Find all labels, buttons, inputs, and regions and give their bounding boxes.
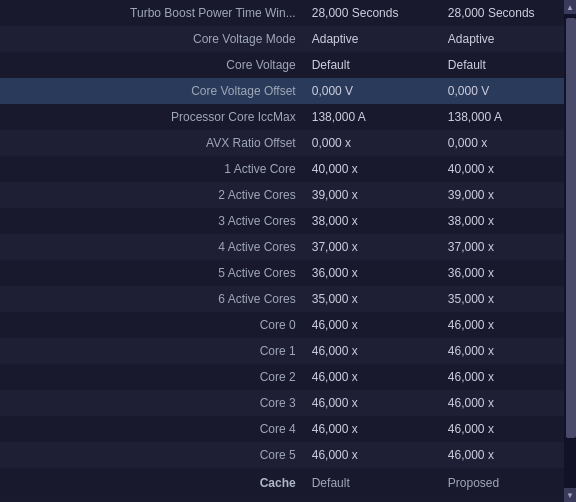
row-proposed-value: 0,000 x bbox=[440, 130, 576, 156]
scrollbar-thumb[interactable] bbox=[566, 18, 576, 438]
scroll-down-arrow[interactable]: ▼ bbox=[564, 488, 576, 502]
row-current-value: 46,000 x bbox=[304, 442, 440, 468]
row-current-value: 46,000 x bbox=[304, 364, 440, 390]
row-proposed-value: 0,000 V bbox=[440, 78, 576, 104]
row-label: 3 Active Cores bbox=[0, 208, 304, 234]
row-current-value: 46,000 x bbox=[304, 338, 440, 364]
row-label: 4 Active Cores bbox=[0, 234, 304, 260]
footer-label: Cache bbox=[0, 468, 304, 496]
row-proposed-value: 46,000 x bbox=[440, 442, 576, 468]
row-label: Core 1 bbox=[0, 338, 304, 364]
row-label: AVX Ratio Offset bbox=[0, 130, 304, 156]
row-label: Core 5 bbox=[0, 442, 304, 468]
row-label: Core 0 bbox=[0, 312, 304, 338]
row-proposed-value: 46,000 x bbox=[440, 338, 576, 364]
row-current-value: 46,000 x bbox=[304, 312, 440, 338]
row-label: Core Voltage Offset bbox=[0, 78, 304, 104]
row-proposed-value: 39,000 x bbox=[440, 182, 576, 208]
row-label: Core 3 bbox=[0, 390, 304, 416]
row-current-value: 46,000 x bbox=[304, 416, 440, 442]
row-proposed-value: Default bbox=[440, 52, 576, 78]
footer-current-value: Default bbox=[304, 468, 440, 496]
row-current-value: 28,000 Seconds bbox=[304, 0, 440, 26]
row-proposed-value: 46,000 x bbox=[440, 390, 576, 416]
row-label: Core Voltage Mode bbox=[0, 26, 304, 52]
row-label: 6 Active Cores bbox=[0, 286, 304, 312]
row-current-value: 39,000 x bbox=[304, 182, 440, 208]
settings-table: Turbo Boost Power Time Win...28,000 Seco… bbox=[0, 0, 576, 496]
row-proposed-value: 36,000 x bbox=[440, 260, 576, 286]
row-proposed-value: Adaptive bbox=[440, 26, 576, 52]
row-current-value: 0,000 x bbox=[304, 130, 440, 156]
row-proposed-value: 35,000 x bbox=[440, 286, 576, 312]
scrollbar-track[interactable] bbox=[564, 14, 576, 488]
scroll-up-arrow[interactable]: ▲ bbox=[564, 0, 576, 14]
scrollbar[interactable]: ▲ ▼ bbox=[564, 0, 576, 502]
row-label: Turbo Boost Power Time Win... bbox=[0, 0, 304, 26]
row-current-value: 37,000 x bbox=[304, 234, 440, 260]
row-label: 1 Active Core bbox=[0, 156, 304, 182]
row-current-value: 40,000 x bbox=[304, 156, 440, 182]
row-label: Core 2 bbox=[0, 364, 304, 390]
row-label: Core Voltage bbox=[0, 52, 304, 78]
row-current-value: Default bbox=[304, 52, 440, 78]
row-proposed-value: 46,000 x bbox=[440, 364, 576, 390]
row-current-value: 0,000 V bbox=[304, 78, 440, 104]
main-container: Turbo Boost Power Time Win...28,000 Seco… bbox=[0, 0, 576, 502]
row-current-value: 46,000 x bbox=[304, 390, 440, 416]
row-proposed-value: 46,000 x bbox=[440, 312, 576, 338]
row-current-value: 35,000 x bbox=[304, 286, 440, 312]
row-label: 2 Active Cores bbox=[0, 182, 304, 208]
row-proposed-value: 40,000 x bbox=[440, 156, 576, 182]
row-proposed-value: 138,000 A bbox=[440, 104, 576, 130]
row-proposed-value: 37,000 x bbox=[440, 234, 576, 260]
row-current-value: 38,000 x bbox=[304, 208, 440, 234]
row-proposed-value: 46,000 x bbox=[440, 416, 576, 442]
row-current-value: Adaptive bbox=[304, 26, 440, 52]
row-proposed-value: 38,000 x bbox=[440, 208, 576, 234]
row-label: Processor Core IccMax bbox=[0, 104, 304, 130]
row-current-value: 36,000 x bbox=[304, 260, 440, 286]
row-label: 5 Active Cores bbox=[0, 260, 304, 286]
row-current-value: 138,000 A bbox=[304, 104, 440, 130]
row-label: Core 4 bbox=[0, 416, 304, 442]
row-proposed-value: 28,000 Seconds bbox=[440, 0, 576, 26]
footer-proposed-value: Proposed bbox=[440, 468, 576, 496]
